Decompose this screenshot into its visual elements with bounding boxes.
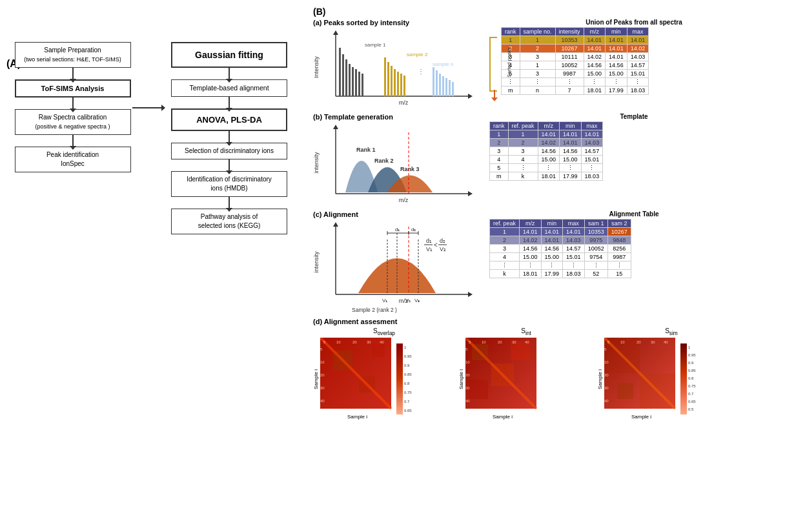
heatmap2-ylabel: Sample i — [458, 343, 464, 414]
svg-text:30: 30 — [367, 340, 371, 344]
bar-s2-2 — [387, 62, 389, 96]
y-label-c: intensity — [313, 251, 320, 273]
svg-text:0.8: 0.8 — [404, 382, 410, 385]
col-mz: m/z — [584, 28, 606, 36]
bar-sn-3 — [439, 74, 441, 96]
table-row: ⋮⋮⋮⋮⋮⋮ — [490, 261, 631, 270]
table-row: 331011114.0214.0114.03 — [502, 53, 649, 61]
svg-text:20: 20 — [498, 340, 502, 344]
table-row: mn718.0117.9918.03 — [502, 87, 649, 95]
bar-s2-4 — [394, 69, 396, 96]
heatmap3-ylabel: Sample i — [597, 343, 603, 414]
table-row: 111035314.0114.0114.01 — [502, 36, 649, 45]
table-row: 4415.0015.0015.01 — [490, 156, 603, 164]
union-peaks-title: Union of Peaks from all spectra — [489, 19, 779, 26]
svg-text:0.75: 0.75 — [688, 384, 696, 388]
col-rank: rank — [502, 28, 520, 36]
sorted-arrow-down — [491, 90, 498, 101]
v2-label: V₂ — [405, 298, 411, 303]
bar-sn-5 — [445, 78, 447, 96]
col-min: min — [606, 28, 627, 36]
x-axis-arrow — [468, 94, 473, 99]
bar-s1-8 — [362, 74, 363, 96]
cb3-rect — [680, 343, 687, 414]
table-row: 314.5614.5614.57100528256 — [490, 245, 631, 253]
rank1-label: Rank 1 — [356, 147, 376, 153]
svg-text:1: 1 — [404, 345, 407, 349]
sample1-label: sample 1 — [365, 42, 386, 48]
arrow-1 — [72, 68, 74, 79]
colorbar3: 1 0.95 0.9 0.85 0.8 0.75 0.7 0.65 0.5 — [680, 343, 703, 414]
svg-text:30: 30 — [320, 386, 325, 390]
heatmap2-xlabel: Sample i — [465, 414, 540, 420]
panel-b-label: (B) — [313, 6, 779, 17]
svg-text:0.7: 0.7 — [688, 392, 694, 396]
svg-text:10: 10 — [604, 360, 609, 364]
table-row: 221026714.0114.0114.02 — [502, 45, 649, 53]
y-axis-arrow-b — [333, 125, 338, 129]
heatmap-ssim: Ssim Sample i — [597, 327, 746, 420]
v1-label: V₁ — [382, 298, 387, 303]
section-d-title: (d) Alignment assesment — [313, 318, 779, 325]
svg-text:10: 10 — [465, 360, 470, 364]
svg-text:1: 1 — [688, 345, 691, 349]
svg-text:0.7: 0.7 — [404, 400, 410, 404]
formula-v2: V₂ — [440, 246, 446, 252]
sorted-peaks-label: Sorted peaks — [506, 47, 512, 77]
x-axis-arrow-b — [468, 191, 473, 196]
svg-text:10: 10 — [482, 340, 486, 344]
table-row: 114.0114.0114.011035310267 — [490, 228, 631, 236]
bar-s2-7 — [403, 76, 405, 96]
d1-label: d₁ — [395, 227, 400, 232]
rank3-label: Rank 3 — [400, 166, 420, 172]
svg-text:30: 30 — [512, 340, 516, 344]
svg-text:30: 30 — [465, 386, 470, 390]
heatmap1-title: Soverlap — [313, 327, 455, 336]
svg-text:20: 20 — [604, 373, 609, 377]
bar-s1-2 — [342, 54, 344, 96]
colorbar1-svg: 1 0.95 0.9 0.85 0.8 0.75 0.7 0.65 — [396, 343, 413, 414]
sample-prep-box: Sample Preparation (two serial sections:… — [15, 42, 131, 68]
heatmap3-xlabel: Sample i — [604, 414, 678, 420]
pathway-box: Pathway analysis of selected ions (KEGG) — [171, 209, 287, 234]
section-b-title: (b) Template generation — [313, 113, 484, 121]
sample2-label: sample 2 — [407, 52, 428, 57]
table-row: 411005214.5614.5614.57 — [502, 61, 649, 70]
union-peaks-table: rank sample no. intensity m/z min max 11… — [501, 27, 649, 95]
svg-text:0.9: 0.9 — [404, 363, 410, 367]
bar-s1-1 — [339, 48, 341, 96]
svg-text:10: 10 — [336, 340, 341, 344]
raw-spectra-box: Raw Spectra calibration (positive & nega… — [15, 109, 131, 135]
bar-s2-3 — [391, 66, 392, 96]
cb-rect — [396, 343, 403, 414]
peaks-chart: Intensity m/z sample 1 — [313, 28, 481, 109]
x-axis-arrow-c — [468, 292, 473, 297]
x-axis-label: m/z — [399, 99, 409, 106]
bar-s2-1 — [384, 57, 386, 96]
heatmap3-patch — [617, 383, 633, 399]
section-a-title: (a) Peaks sorted by intensity — [313, 19, 484, 26]
table-row: ⋮⋮⋮⋮⋮⋮ — [502, 78, 649, 87]
bar-s1-4 — [349, 64, 351, 96]
anova-box: ANOVA, PLS-DA — [171, 108, 287, 131]
svg-text:0.85: 0.85 — [404, 373, 412, 376]
svg-text:0.5: 0.5 — [688, 407, 694, 411]
table-row: 214.0214.0114.0399759848 — [490, 236, 631, 245]
samplen-label: sample n — [433, 61, 453, 67]
table-row: 1114.0114.0114.01 — [490, 130, 603, 139]
section-c-title: (c) Alignment — [313, 210, 484, 218]
formula-d2: d₂ — [440, 238, 445, 244]
template-table-title: Template — [489, 113, 779, 120]
svg-text:10: 10 — [320, 360, 325, 364]
bar-s1-3 — [345, 59, 347, 96]
d2-label: d₂ — [411, 227, 416, 232]
arrow-r4 — [229, 159, 230, 171]
colorbar1: 1 0.95 0.9 0.85 0.8 0.75 0.7 0.65 — [396, 343, 413, 414]
formula-label: d₁ — [426, 238, 432, 244]
peak-id-box: Peak identification IonSpec — [15, 147, 131, 172]
col-sample: sample no. — [520, 28, 555, 36]
col-max: max — [627, 28, 649, 36]
svg-text:20: 20 — [352, 340, 357, 344]
heatmap-overlap: Soverlap Sample i — [313, 327, 455, 420]
svg-text:0.65: 0.65 — [688, 400, 696, 404]
